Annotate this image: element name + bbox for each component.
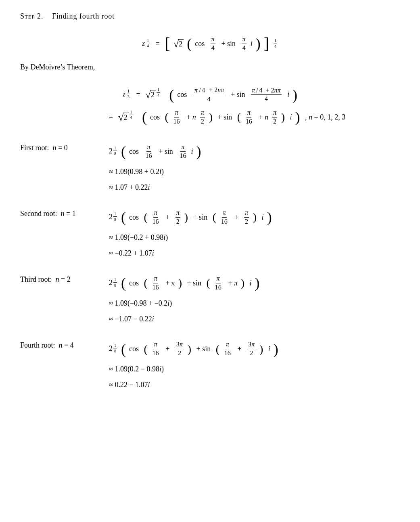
step-title: Finding fourth root bbox=[52, 12, 115, 20]
close-bracket: ] bbox=[264, 37, 269, 51]
first-root-label: First root: n = 0 bbox=[20, 140, 109, 152]
second-root-math: 2 1 8 ( cos ( π 16 + π 2 ) + bbox=[109, 206, 272, 260]
fourth-root-math: 2 1 8 ( cos ( π 16 + 3π 2 ) + bbox=[109, 338, 278, 392]
step-heading: Step 2. Finding fourth root bbox=[20, 12, 400, 21]
sqrt2: √ 2 bbox=[173, 39, 184, 49]
third-root-math: 2 1 8 ( cos ( π 16 + π ) + sin ( π bbox=[109, 272, 259, 326]
formula-line1: z 1 3 = √ 2 1 4 ( bbox=[123, 86, 297, 104]
open-big-paren: ( bbox=[187, 37, 192, 50]
theorem-text: By DeMoivre’s Theorem, bbox=[20, 63, 400, 71]
close-big-paren: ) bbox=[256, 37, 261, 50]
pi-over-4-sin: π 4 bbox=[242, 35, 247, 52]
fourth-root-label: Fourth root: n = 4 bbox=[20, 338, 109, 350]
z-quarter-power: z 1 4 bbox=[142, 39, 150, 48]
step-label: Step 2. bbox=[20, 12, 43, 20]
pi-over-4-cos: π 4 bbox=[211, 35, 215, 52]
second-root-label: Second root: n = 1 bbox=[20, 206, 109, 218]
second-root-section: Second root: n = 1 2 1 8 ( cos ( π 16 + bbox=[20, 206, 400, 260]
open-bracket: [ bbox=[165, 37, 170, 51]
formula1-display: z 1 4 = [ √ 2 ( cos π 4 + sin π 4 bbox=[20, 33, 400, 55]
fourth-root-section: Fourth root: n = 4 2 1 8 ( cos ( π 16 + bbox=[20, 338, 400, 392]
third-root-section: Third root: n = 2 2 1 8 ( cos ( π 16 + π bbox=[20, 272, 400, 326]
formula-line2: = √ 2 1 4 ( cos ( π 16 + n π 2 bbox=[75, 109, 346, 126]
third-root-label: Third root: n = 2 bbox=[20, 272, 109, 284]
first-root-section: First root: n = 0 2 1 8 ( cos π 16 + sin bbox=[20, 140, 400, 194]
first-root-math: 2 1 8 ( cos π 16 + sin π 16 i ) bbox=[109, 140, 201, 194]
main-formula-block: z 1 3 = √ 2 1 4 ( bbox=[20, 84, 400, 128]
